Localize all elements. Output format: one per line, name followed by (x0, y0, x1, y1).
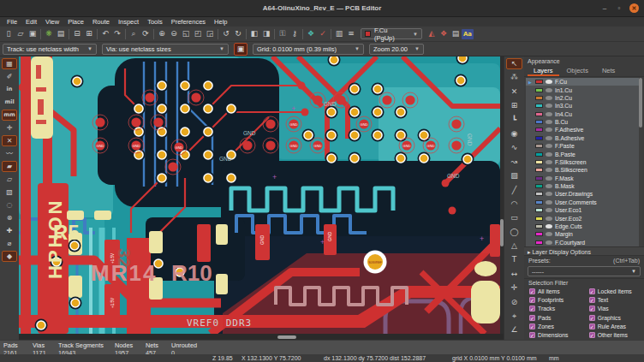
zoom-out-icon[interactable]: ⊖ (168, 27, 180, 40)
layer-visibility-eye-icon[interactable] (546, 208, 552, 212)
board-setup-icon[interactable]: ❋ (43, 27, 55, 40)
zone-fade-mode-icon[interactable]: ▧ (2, 187, 17, 198)
show-properties-icon[interactable]: ▤ (450, 27, 462, 40)
presets-dropdown[interactable]: ------ ▼ (528, 266, 641, 276)
menu-preferences[interactable]: Preferences (167, 18, 210, 26)
layer-row-f-silkscreen[interactable]: F.Silkscreen (526, 158, 642, 166)
layer-visibility-eye-icon[interactable] (546, 168, 552, 172)
ratsnest-hide-icon[interactable]: ✕ (2, 135, 17, 146)
checkbox-checked[interactable]: ✓ (589, 288, 595, 294)
checkbox-checked[interactable]: ✓ (529, 315, 535, 321)
via-size-dropdown[interactable]: Via: use netclass sizes▼ (102, 44, 229, 55)
layer-row-b-paste[interactable]: B.Paste (526, 150, 642, 157)
layer-visibility-eye-icon[interactable] (546, 232, 552, 236)
layer-row-user-comments[interactable]: User.Comments (526, 199, 642, 206)
layer-visibility-eye-icon[interactable] (546, 104, 552, 108)
align-items-icon[interactable]: ✛ (506, 282, 522, 294)
checkbox-checked[interactable]: ✓ (589, 315, 595, 321)
checkbox-checked[interactable]: ✓ (529, 288, 535, 294)
layer-row-user-eco1[interactable]: User.Eco1 (526, 206, 642, 214)
rotate-cw-icon[interactable]: ↻ (232, 27, 244, 40)
zone-outline-mode-icon[interactable]: ▱ (2, 174, 17, 185)
layer-color-swatch[interactable] (535, 88, 543, 92)
layer-visibility-eye-icon[interactable] (546, 88, 552, 92)
layer-row-user-drawings[interactable]: User.Drawings (526, 190, 642, 198)
draw-circle-icon[interactable]: ◯ (506, 227, 522, 238)
drill-origin-icon[interactable]: ⌖ (506, 311, 522, 322)
units-inches-icon[interactable]: in (2, 84, 17, 95)
layer-color-swatch[interactable] (535, 120, 543, 124)
track-sketch-mode-icon[interactable]: ✚ (2, 225, 17, 236)
layer-visibility-eye-icon[interactable] (546, 96, 552, 100)
menu-help[interactable]: Help (210, 18, 231, 26)
cursor-shape-icon[interactable]: ✛ (2, 122, 17, 134)
place-footprint-icon[interactable]: ⊞ (506, 100, 522, 111)
checkbox-checked[interactable]: ✓ (589, 306, 595, 312)
draw-rectangle-icon[interactable]: ▭ (506, 212, 522, 223)
high-contrast-mode-icon[interactable]: ◆ (2, 251, 17, 262)
layer-visibility-eye-icon[interactable] (546, 224, 552, 228)
layer-visibility-eye-icon[interactable] (546, 128, 552, 132)
layer-visibility-eye-icon[interactable] (546, 136, 552, 140)
menu-file[interactable]: File (3, 18, 21, 26)
grid-dropdown[interactable]: Grid: 0.0100 mm (0.39 mils)▼ (253, 44, 364, 55)
layer-visibility-eye-icon[interactable] (546, 112, 552, 116)
highlight-net-icon[interactable]: ⁂ (506, 72, 522, 83)
layer-row-in1-cu[interactable]: In1.Cu (526, 86, 642, 93)
layer-visibility-eye-icon[interactable] (546, 120, 552, 124)
open-board-icon[interactable]: ▱ (15, 27, 27, 40)
layer-row-b-mask[interactable]: B.Mask (526, 182, 642, 190)
rotate-ccw-icon[interactable]: ↺ (220, 27, 232, 40)
menu-view[interactable]: View (41, 18, 63, 26)
print-icon[interactable]: ⊟ (71, 27, 83, 40)
layer-row-in4-cu[interactable]: In4.Cu (526, 110, 642, 118)
draw-line-icon[interactable]: ╱ (506, 185, 522, 196)
paste-special-icon[interactable]: ◨ (260, 27, 272, 40)
layer-color-swatch[interactable] (535, 136, 543, 140)
layer-visibility-eye-icon[interactable] (546, 192, 552, 196)
delete-tool-icon[interactable]: ⊘ (506, 297, 522, 308)
text-variables-icon[interactable]: Aa (462, 29, 474, 39)
canvas-horizontal-scrollbar[interactable] (19, 334, 504, 340)
layer-color-swatch[interactable] (535, 208, 543, 212)
units-mm-icon[interactable]: mm (2, 110, 17, 121)
layer-color-swatch[interactable] (535, 104, 543, 108)
layer-visibility-eye-icon[interactable] (546, 240, 552, 245)
menu-tools[interactable]: Tools (143, 18, 167, 26)
pcb-canvas-area[interactable]: GND GND GND GND GND GND GND GND GND S0SV… (19, 56, 504, 340)
unlock-icon[interactable]: ⚷ (289, 27, 301, 40)
layer-visibility-eye-icon[interactable] (546, 160, 552, 164)
save-icon[interactable]: ▣ (27, 27, 39, 40)
tune-track-length-icon[interactable]: ↝ (506, 157, 522, 168)
layer-visibility-eye-icon[interactable] (546, 176, 552, 181)
menu-place[interactable]: Place (63, 18, 88, 26)
footprint-editor-icon[interactable]: ❖ (438, 27, 450, 40)
layer-visibility-eye-icon[interactable] (546, 200, 552, 205)
track-width-dropdown[interactable]: Track: use netclass width▼ (3, 44, 97, 55)
layer-color-swatch[interactable] (535, 96, 543, 100)
add-text-icon[interactable]: T (506, 254, 522, 265)
checkbox-checked[interactable]: ✓ (529, 297, 535, 303)
layer-row-user-eco2[interactable]: User.Eco2 (526, 214, 642, 222)
zone-fill-mode-icon[interactable]: ▰ (2, 161, 17, 172)
draw-arc-icon[interactable]: ◠ (506, 199, 522, 210)
grid-visibility-icon[interactable]: ▦ (2, 58, 17, 69)
layer-row-f-adhesive[interactable]: F.Adhesive (526, 126, 642, 134)
via-sketch-mode-icon[interactable]: ⊗ (2, 212, 17, 223)
footprint-checker-icon[interactable]: ✓ (317, 27, 329, 40)
layer-color-swatch[interactable] (535, 152, 543, 157)
route-tracks-icon[interactable]: ┗ (506, 115, 522, 126)
layer-visibility-eye-icon[interactable] (546, 144, 552, 148)
layer-color-swatch[interactable] (535, 200, 543, 205)
checkbox-checked[interactable]: ✓ (529, 306, 535, 312)
layer-color-swatch[interactable] (535, 160, 543, 164)
route-diff-pair-icon[interactable]: ∿ (506, 142, 522, 153)
layer-list-scrollbar[interactable] (639, 78, 642, 246)
tab-objects[interactable]: Objects (561, 66, 594, 76)
checkbox-checked[interactable]: ✓ (529, 323, 535, 329)
zoom-fit-objects-icon[interactable]: ◰ (192, 27, 204, 40)
new-board-icon[interactable]: ▯ (3, 27, 15, 40)
plot-icon[interactable]: ⊞ (83, 27, 95, 40)
zoom-in-icon[interactable]: ⊕ (156, 27, 168, 40)
layer-color-swatch[interactable] (535, 217, 543, 221)
